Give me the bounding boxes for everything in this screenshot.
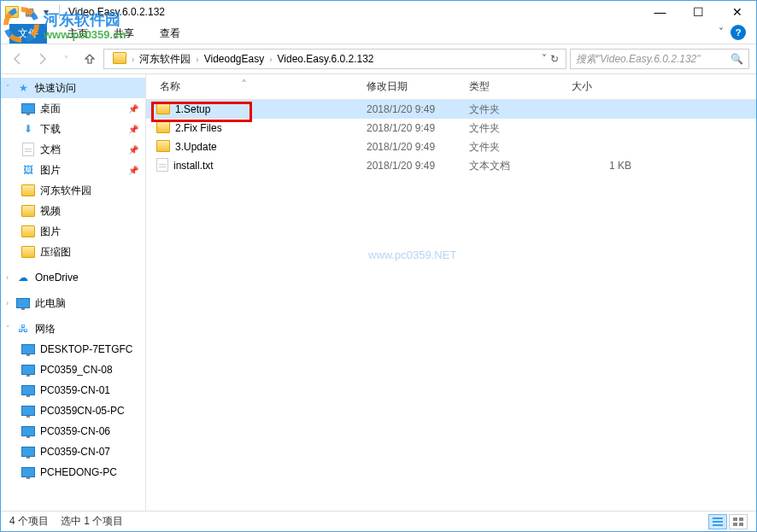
sidebar-pictures[interactable]: 🖼 图片 — [1, 160, 145, 180]
sidebar-video[interactable]: 视频 — [1, 201, 145, 221]
file-name: install.txt — [173, 160, 214, 172]
column-headers: 名称 修改日期 类型 大小 — [146, 74, 756, 100]
sidebar-item-label: 河东软件园 — [40, 184, 91, 198]
document-icon — [21, 143, 35, 156]
nav-up-button[interactable] — [79, 49, 100, 69]
sidebar-computer[interactable]: PC0359CN-05-PC — [1, 400, 145, 421]
sidebar-item-label: PC0359-CN-07 — [40, 446, 110, 458]
file-name: 1.Setup — [175, 103, 210, 115]
file-name: 3.Update — [175, 141, 217, 153]
ribbon-view-tab[interactable]: 查看 — [155, 24, 185, 44]
search-icon[interactable]: 🔍 — [731, 53, 743, 65]
sidebar-pictures2[interactable]: 图片 — [1, 221, 145, 242]
window-title: Video.Easy.6.0.2.132 — [68, 6, 165, 18]
svg-rect-5 — [713, 521, 723, 523]
svg-rect-4 — [713, 517, 723, 519]
sidebar-downloads[interactable]: ⬇ 下载 — [1, 119, 145, 139]
file-date: 2018/1/20 9:49 — [367, 141, 469, 153]
nav-recent-button[interactable]: ˅ — [56, 49, 76, 69]
sidebar-thispc[interactable]: › 此电脑 — [1, 293, 145, 313]
search-input[interactable]: 搜索"Video.Easy.6.0.2.132" 🔍 — [570, 49, 749, 69]
file-row[interactable]: 1.Setup 2018/1/20 9:49 文件夹 — [146, 100, 756, 119]
help-button[interactable]: ? — [731, 25, 746, 40]
file-type: 文件夹 — [469, 102, 572, 117]
sidebar-hedong[interactable]: 河东软件园 — [1, 180, 145, 201]
sidebar-desktop[interactable]: 桌面 — [1, 98, 145, 119]
svg-rect-7 — [733, 517, 737, 521]
folder-icon — [156, 140, 170, 155]
breadcrumb-root-icon[interactable] — [108, 52, 132, 67]
ribbon-tabs: 文件 主页 共享 查看 ˅ ? — [1, 23, 756, 44]
chevron-right-icon[interactable]: › — [6, 299, 9, 307]
sidebar-computer[interactable]: PC0359_CN-08 — [1, 360, 145, 380]
sidebar-computer[interactable]: DESKTOP-7ETGFC — [1, 339, 145, 360]
file-name: 2.Fix Files — [175, 122, 222, 134]
sidebar-documents[interactable]: 文档 — [1, 139, 145, 160]
status-selected: 选中 1 个项目 — [61, 514, 123, 529]
ribbon-home-tab[interactable]: 主页 — [62, 24, 93, 44]
sidebar-quickaccess[interactable]: ˅ ★ 快速访问 — [1, 78, 145, 98]
file-row[interactable]: install.txt 2018/1/20 9:49 文本文档 1 KB — [146, 156, 756, 175]
view-details-button[interactable] — [708, 514, 727, 529]
breadcrumb-item-0[interactable]: 河东软件园 — [134, 52, 196, 67]
sidebar-computer[interactable]: PC0359-CN-07 — [1, 441, 145, 462]
sidebar-item-label: PC0359-CN-01 — [40, 384, 110, 396]
file-date: 2018/1/20 9:49 — [367, 160, 469, 172]
folder-icon — [156, 121, 170, 136]
close-button[interactable]: ✕ — [718, 1, 756, 23]
network-icon: 🖧 — [16, 322, 30, 336]
ribbon-expand-icon[interactable]: ˅ — [719, 26, 724, 38]
column-size[interactable]: 大小 — [572, 79, 640, 94]
svg-rect-6 — [713, 524, 723, 526]
status-count: 4 个项目 — [9, 514, 49, 529]
refresh-icon[interactable]: ↻ — [550, 53, 559, 65]
sidebar-item-label: 快速访问 — [35, 81, 76, 96]
sidebar-item-label: 图片 — [40, 163, 61, 178]
svg-rect-10 — [739, 523, 743, 526]
sidebar-onedrive[interactable]: › ☁ OneDrive — [1, 267, 145, 288]
column-date[interactable]: 修改日期 — [367, 79, 469, 94]
ribbon-file-tab[interactable]: 文件 — [9, 24, 47, 44]
nav-back-button[interactable] — [8, 49, 28, 69]
svg-rect-9 — [733, 523, 737, 526]
quick-access-icon[interactable]: ▦ — [21, 4, 37, 20]
filepane: 名称 修改日期 类型 大小 1.Setup 2018/1/20 9:49 文件夹… — [146, 74, 756, 511]
breadcrumb[interactable]: › 河东软件园 › VideodgEasy › Video.Easy.6.0.2… — [103, 49, 566, 69]
search-placeholder: 搜索"Video.Easy.6.0.2.132" — [576, 52, 731, 67]
breadcrumb-dropdown-icon[interactable]: ˅ — [542, 53, 547, 65]
computer-icon — [21, 445, 35, 459]
nav-forward-button[interactable] — [32, 49, 52, 69]
picture-icon: 🖼 — [21, 163, 35, 177]
computer-icon — [21, 424, 35, 438]
sidebar-computer[interactable]: PC0359-CN-01 — [1, 380, 145, 400]
titlebar: ▦ ▾ Video.Easy.6.0.2.132 — ☐ ✕ — [1, 1, 756, 23]
column-type[interactable]: 类型 — [469, 79, 572, 94]
quick-dropdown-icon[interactable]: ▾ — [38, 4, 54, 20]
sidebar-computer[interactable]: PCHEDONG-PC — [1, 462, 145, 482]
minimize-button[interactable]: — — [641, 1, 679, 23]
download-icon: ⬇ — [21, 122, 35, 136]
file-icon — [156, 158, 168, 174]
chevron-right-icon[interactable]: › — [6, 273, 9, 282]
maximize-button[interactable]: ☐ — [679, 1, 718, 23]
breadcrumb-item-1[interactable]: VideodgEasy — [199, 53, 270, 65]
chevron-down-icon[interactable]: ˅ — [6, 84, 10, 92]
desktop-icon — [21, 102, 35, 115]
ribbon-share-tab[interactable]: 共享 — [109, 24, 139, 44]
file-row[interactable]: 3.Update 2018/1/20 9:49 文件夹 — [146, 137, 756, 156]
sidebar-item-label: 视频 — [40, 204, 61, 219]
column-name[interactable]: 名称 — [146, 79, 367, 94]
sidebar-item-label: 网络 — [35, 322, 56, 336]
sidebar-item-label: 压缩图 — [40, 245, 71, 260]
breadcrumb-item-2[interactable]: Video.Easy.6.0.2.132 — [273, 53, 379, 65]
sidebar-item-label: PC0359CN-05-PC — [40, 405, 125, 417]
sidebar-network[interactable]: ˅ 🖧 网络 — [1, 319, 145, 339]
sidebar-item-label: PCHEDONG-PC — [40, 466, 117, 478]
addressbar: ˅ › 河东软件园 › VideodgEasy › Video.Easy.6.0… — [1, 44, 756, 74]
sidebar-computer[interactable]: PC0359-CN-06 — [1, 421, 145, 441]
sidebar-compressed[interactable]: 压缩图 — [1, 242, 145, 262]
file-row[interactable]: 2.Fix Files 2018/1/20 9:49 文件夹 — [146, 119, 756, 137]
view-icons-button[interactable] — [729, 514, 748, 529]
sidebar: ˅ ★ 快速访问 桌面 ⬇ 下载 文档 🖼 图片 河东软件园 视频 — [1, 74, 146, 511]
chevron-down-icon[interactable]: ˅ — [6, 324, 10, 333]
